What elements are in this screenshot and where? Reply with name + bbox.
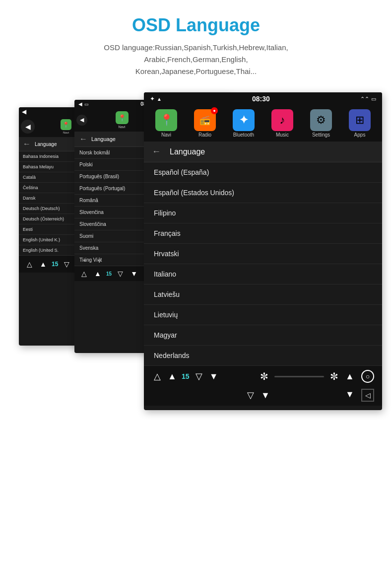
apps-circle-main: ⊞: [349, 109, 371, 131]
apps-app[interactable]: ⊞ Apps: [340, 109, 379, 138]
lang-italiano[interactable]: Italiano: [144, 264, 382, 284]
lang-title-main: Language: [170, 147, 205, 156]
lang-estados[interactable]: Español (Estados Unidos): [144, 183, 382, 203]
back-triangle-btn[interactable]: ◁: [361, 389, 374, 402]
status-bar-main: ✦ ▲ 08:30 ⌃⌃ ▭: [144, 92, 382, 105]
lang-nederlands[interactable]: Nederlands: [144, 346, 382, 366]
navi-label-1: Navi: [63, 131, 69, 134]
nav-back-button-2[interactable]: ◀: [76, 115, 87, 126]
down-row-filled[interactable]: ▼: [260, 390, 271, 401]
bt-icon-main: ✦: [150, 95, 155, 102]
music-circle-main: ♪: [271, 109, 293, 131]
up-btn-right[interactable]: ▲: [344, 371, 355, 382]
radio-circle-main: 📻 ●: [194, 109, 216, 131]
navi-circle-1: 📍: [61, 119, 71, 130]
down-main-row: ▽ ▼: [245, 390, 271, 401]
time-main: 08:30: [252, 95, 270, 103]
down-filled-main[interactable]: ▼: [208, 371, 219, 382]
wifi-icon-2: ▭: [84, 102, 89, 107]
back-arrow-icon-1[interactable]: ◀: [22, 108, 26, 115]
arrows-icon-main: ⌃⌃: [360, 96, 369, 102]
screen-main: ✦ ▲ 08:30 ⌃⌃ ▭ 📍 Navi 📻 ● Radio: [144, 92, 382, 410]
battery-icon-main: ▭: [371, 96, 376, 102]
bt-label-main: Bluetooth: [233, 132, 254, 138]
page-title: OSD Language: [10, 15, 382, 36]
controls-left-main: △ ▲ 15 ▽ ▼: [152, 371, 219, 382]
number-2: 15: [106, 271, 112, 277]
down-arrow-main[interactable]: ▽: [194, 371, 204, 382]
lang-header-main: ← Language: [144, 142, 382, 162]
lang-latviesu[interactable]: Latviešu: [144, 284, 382, 305]
lang-espana[interactable]: Español (España): [144, 162, 382, 183]
navi-circle-2: 📍: [116, 111, 129, 124]
music-label-main: Music: [276, 132, 289, 138]
screenshots-container: ◀ 08:30 ⌃⌃ ▭ ◀ 📍 Navi 📻 ● Radio: [10, 92, 382, 470]
lang-back-main[interactable]: ←: [152, 146, 161, 157]
down-arrow-2[interactable]: ▽: [115, 268, 126, 279]
bottom-bar-main: △ ▲ 15 ▽ ▼ ✼ ✼ ▲ ○: [144, 366, 382, 387]
back-icon-2[interactable]: ◀: [78, 101, 82, 107]
up-arrow-1[interactable]: △: [24, 259, 35, 270]
navi-app[interactable]: 📍 Navi: [147, 109, 186, 138]
sub-bottom-main: ▽ ▼ ▼ ◁: [144, 387, 382, 406]
radio-label-main: Radio: [198, 132, 211, 138]
radio-app[interactable]: 📻 ● Radio: [186, 109, 224, 138]
lang-magyar[interactable]: Magyar: [144, 325, 382, 346]
lang-filipino[interactable]: Filipino: [144, 203, 382, 223]
down-arrow-1[interactable]: ▽: [61, 259, 72, 270]
lang-title-1: Language: [35, 142, 57, 147]
navi-circle-main: 📍: [155, 109, 177, 131]
controls-left-2: △ ▲ 15 ▽ ▼: [78, 268, 139, 279]
up-filled-1[interactable]: ▲: [38, 259, 49, 270]
nav-back-button-1[interactable]: ◀: [21, 120, 35, 134]
lang-panel-main: ← Language Español (España) Español (Est…: [144, 142, 382, 366]
apps-label-main: Apps: [354, 132, 366, 138]
up-arrow-main[interactable]: △: [152, 371, 163, 382]
nav-bar-main: 📍 Navi 📻 ● Radio ✦ Bluetooth ♪ Music ⚙ S: [144, 105, 382, 142]
up-filled-2[interactable]: ▲: [92, 268, 103, 279]
number-main: 15: [182, 372, 190, 380]
settings-circle-main: ⚙: [310, 109, 332, 131]
navi-label-main: Navi: [161, 132, 171, 138]
lang-hrvatski[interactable]: Hrvatski: [144, 244, 382, 264]
down-filled-2[interactable]: ▼: [129, 268, 139, 279]
progress-bar-main[interactable]: [274, 376, 324, 377]
status-right-main: ⌃⌃ ▭: [360, 96, 376, 102]
status-left-main: ✦ ▲: [150, 95, 162, 102]
controls-right-main: ✼ ✼ ▲ ○: [260, 370, 374, 383]
music-app[interactable]: ♪ Music: [263, 109, 302, 138]
lang-list-main: Español (España) Español (Estados Unidos…: [144, 162, 382, 366]
lang-back-2[interactable]: ←: [79, 135, 87, 143]
signal-icon-main: ▲: [157, 96, 162, 102]
down-right-filled[interactable]: ▼: [344, 389, 355, 400]
bt-circle-main: ✦: [233, 109, 255, 131]
settings-label-main: Settings: [312, 132, 330, 138]
up-filled-main[interactable]: ▲: [167, 371, 178, 382]
up-arrow-2[interactable]: △: [78, 268, 89, 279]
bluetooth-app[interactable]: ✦ Bluetooth: [224, 109, 263, 138]
down-row-arrow[interactable]: ▽: [245, 390, 256, 401]
right-controls: ▼ ◁: [344, 389, 374, 402]
page-description: OSD language:Russian,Spanish,Turkish,Heb…: [10, 42, 382, 77]
lang-back-1[interactable]: ←: [23, 140, 31, 148]
navi-label-2: Navi: [118, 125, 125, 129]
settings-app[interactable]: ⚙ Settings: [302, 109, 340, 138]
number-1: 15: [52, 261, 58, 268]
fan-left-icon: ✼: [260, 370, 268, 382]
lang-francais[interactable]: Français: [144, 223, 382, 244]
lang-lietuviu[interactable]: Lietuvių: [144, 305, 382, 325]
fan-right-icon: ✼: [330, 370, 338, 382]
home-circle-btn[interactable]: ○: [361, 370, 374, 383]
page-header: OSD Language OSD language:Russian,Spanis…: [0, 0, 392, 82]
lang-title-2: Language: [91, 136, 116, 142]
